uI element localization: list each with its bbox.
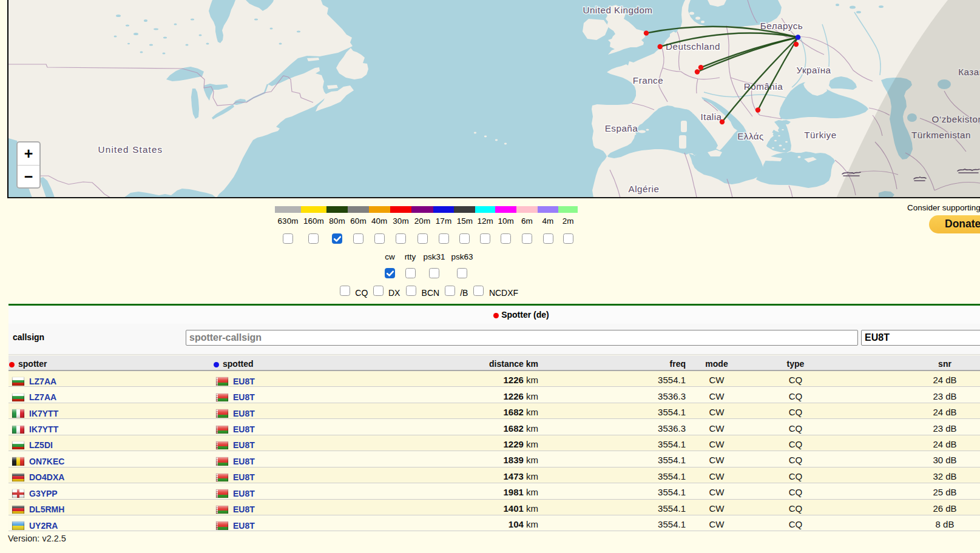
svg-text:Беларусь: Беларусь xyxy=(760,21,803,31)
svg-text:Italia: Italia xyxy=(700,112,721,122)
svg-text:France: France xyxy=(633,75,663,85)
svg-text:Ελλάς: Ελλάς xyxy=(737,131,764,141)
svg-text:United Kingdom: United Kingdom xyxy=(583,5,652,15)
svg-text:Україна: Україна xyxy=(796,65,831,75)
svg-text:Algérie: Algérie xyxy=(629,184,660,194)
svg-text:Türkiye: Türkiye xyxy=(804,130,836,140)
svg-text:România: România xyxy=(744,81,783,92)
svg-text:España: España xyxy=(605,123,638,133)
svg-text:United States: United States xyxy=(98,144,163,155)
